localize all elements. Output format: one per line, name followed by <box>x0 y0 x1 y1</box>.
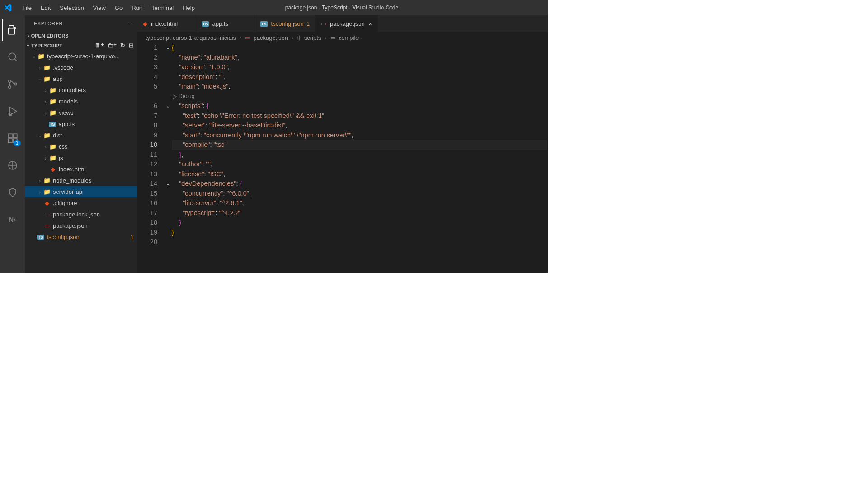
editor-tab[interactable]: TStsconfig.json1 <box>255 15 316 32</box>
remote-icon[interactable] <box>2 155 24 176</box>
tree-item[interactable]: ›📁node_modules <box>25 175 137 186</box>
svg-rect-0 <box>8 28 14 34</box>
line-number: 6 <box>137 101 157 111</box>
file-icon: 📁 <box>49 155 57 161</box>
editor-tab[interactable]: ▭package.json× <box>316 15 378 32</box>
run-debug-icon[interactable] <box>2 100 24 122</box>
chevron-right-icon: › <box>37 189 43 195</box>
code-line[interactable]: "typescript": "^4.2.2" <box>172 208 548 218</box>
menu-view[interactable]: View <box>89 2 110 14</box>
code-line[interactable]: }, <box>172 150 548 160</box>
tree-item[interactable]: ⌄📁app <box>25 73 137 84</box>
menu-selection[interactable]: Selection <box>56 2 88 14</box>
code-line[interactable]: "version": "1.0.0", <box>172 62 548 72</box>
menu-go[interactable]: Go <box>111 2 127 14</box>
tree-item[interactable]: ›📁js <box>25 152 137 164</box>
workspace-section[interactable]: › TYPESCRIPT 🗎⁺ 🗀⁺ ↻ ⊟ <box>25 40 137 51</box>
breadcrumb[interactable]: typescript-curso-1-arquivos-iniciais›▭pa… <box>137 32 548 43</box>
code-line[interactable]: "concurrently": "^6.0.0", <box>172 189 548 199</box>
code-line[interactable]: "compile": "tsc" <box>172 140 547 150</box>
line-number: 7 <box>137 111 157 121</box>
code-line[interactable]: "license": "ISC", <box>172 169 548 179</box>
line-number: 18 <box>137 218 157 228</box>
tree-item[interactable]: ›📁models <box>25 96 137 107</box>
more-icon[interactable]: ⋯ <box>127 20 132 26</box>
crumb-segment[interactable]: package.json <box>253 34 288 41</box>
code-line[interactable]: "test": "echo \"Error: no test specified… <box>172 111 548 121</box>
tree-item[interactable]: ⌄📁typescript-curso-1-arquivo... <box>25 51 137 62</box>
code-line[interactable]: "start": "concurrently \"npm run watch\"… <box>172 131 548 141</box>
explorer-icon[interactable] <box>2 19 24 41</box>
tree-item[interactable]: ▭package.json <box>25 220 137 231</box>
menu-run[interactable]: Run <box>127 2 146 14</box>
fold-icon[interactable]: ⌄ <box>164 43 172 53</box>
file-icon: ◆ <box>43 200 51 206</box>
code-line[interactable]: "author": "", <box>172 160 548 169</box>
new-folder-icon[interactable]: 🗀⁺ <box>108 42 117 49</box>
line-number: 13 <box>137 169 157 179</box>
code-line[interactable]: "server": "lite-server --baseDir=dist", <box>172 121 548 131</box>
menu-file[interactable]: File <box>18 2 36 14</box>
code-line[interactable] <box>172 237 548 247</box>
fold-icon[interactable]: ⌄ <box>164 101 172 111</box>
collapse-icon[interactable]: ⊟ <box>129 42 134 49</box>
code-editor[interactable]: 1234567891011121314151617181920 ⌄⌄⌄ { "n… <box>137 43 548 273</box>
code-line[interactable]: "name": "alurabank", <box>172 53 548 63</box>
tree-item[interactable]: ▭package-lock.json <box>25 209 137 220</box>
fold-spacer <box>164 160 172 169</box>
code-line[interactable]: { <box>172 43 548 53</box>
workspace-actions: 🗎⁺ 🗀⁺ ↻ ⊟ <box>95 42 134 49</box>
code-line[interactable]: "description": "", <box>172 72 548 82</box>
tree-item[interactable]: ›📁views <box>25 107 137 118</box>
source-control-icon[interactable] <box>2 73 24 95</box>
line-number: 5 <box>137 82 157 92</box>
menu-edit[interactable]: Edit <box>37 2 55 14</box>
debug-codelens[interactable]: ▷Debug <box>172 92 548 102</box>
code-line[interactable]: "scripts": { <box>172 101 548 111</box>
tree-item[interactable]: TSapp.ts <box>25 118 137 130</box>
code-line[interactable]: "devDependencies": { <box>172 179 548 189</box>
tree-item[interactable]: ›📁css <box>25 141 137 152</box>
editor-tab[interactable]: ◆index.html <box>137 15 196 32</box>
menu-help[interactable]: Help <box>179 2 199 14</box>
tree-item[interactable]: ›📁.vscode <box>25 62 137 73</box>
tree-item[interactable]: ◆.gitignore <box>25 197 137 209</box>
new-file-icon[interactable]: 🗎⁺ <box>95 42 104 49</box>
menu-bar: FileEditSelectionViewGoRunTerminalHelp <box>15 2 199 14</box>
crumb-segment[interactable]: compile <box>339 34 359 41</box>
code-line[interactable]: "lite-server": "^2.6.1", <box>172 198 548 208</box>
code-content[interactable]: { "name": "alurabank", "version": "1.0.0… <box>172 43 548 273</box>
tree-label: index.html <box>59 166 85 173</box>
tree-label: tsconfig.json <box>47 234 80 240</box>
tree-item[interactable]: ◆index.html <box>25 164 137 175</box>
line-number: 3 <box>137 62 157 72</box>
code-line[interactable]: } <box>172 218 548 228</box>
file-icon: 📁 <box>43 64 51 71</box>
svg-point-1 <box>9 53 15 60</box>
tree-item[interactable]: ›📁controllers <box>25 84 137 96</box>
testing-icon[interactable] <box>2 182 24 203</box>
line-number: 17 <box>137 208 157 218</box>
fold-spacer <box>164 140 172 150</box>
crumb-segment[interactable]: typescript-curso-1-arquivos-iniciais <box>146 34 236 41</box>
open-editors-section[interactable]: › OPEN EDITORS <box>25 31 137 40</box>
code-line[interactable]: } <box>172 228 548 238</box>
search-icon[interactable] <box>2 46 24 68</box>
tree-item[interactable]: ⌄📁dist <box>25 130 137 141</box>
code-line[interactable]: "main": "index.js", <box>172 82 548 92</box>
window-title: package.json - TypeScript - Visual Studi… <box>199 5 485 11</box>
crumb-segment[interactable]: scripts <box>304 34 321 41</box>
file-icon: 📁 <box>49 98 57 105</box>
extensions-icon[interactable]: 1 <box>2 127 24 149</box>
tree-item[interactable]: TStsconfig.json1 <box>25 231 137 243</box>
menu-terminal[interactable]: Terminal <box>147 2 178 14</box>
activity-bar: 1 N› <box>0 15 25 273</box>
svg-rect-7 <box>8 139 12 143</box>
tree-item[interactable]: ›📁servidor-api <box>25 186 137 197</box>
refresh-icon[interactable]: ↻ <box>120 42 125 49</box>
chevron-right-icon: › <box>240 34 241 41</box>
nx-icon[interactable]: N› <box>2 209 24 230</box>
fold-icon[interactable]: ⌄ <box>164 179 172 189</box>
close-icon[interactable]: × <box>368 20 373 28</box>
editor-tab[interactable]: TSapp.ts <box>196 15 255 32</box>
